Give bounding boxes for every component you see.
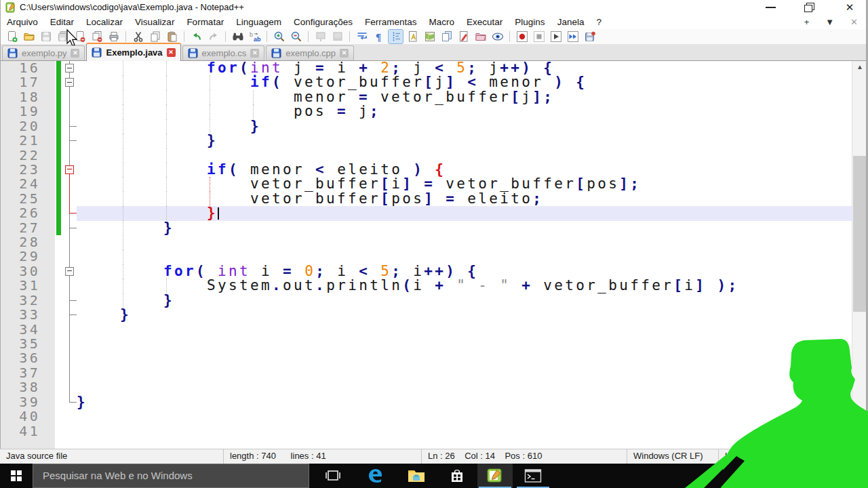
fold-marker[interactable] (63, 192, 77, 206)
new-file-icon[interactable] (5, 30, 19, 43)
fold-marker[interactable] (63, 249, 77, 264)
scroll-up-icon[interactable]: ▲ (852, 61, 867, 73)
tab-exemplo-cpp[interactable]: exemplo.cpp✕ (266, 45, 354, 60)
taskbar-search-input[interactable]: Pesquisar na Web e no Windows (33, 464, 309, 488)
fold-marker[interactable] (63, 90, 77, 104)
fold-marker[interactable] (63, 293, 77, 308)
fold-marker[interactable] (63, 264, 77, 279)
fold-marker[interactable] (63, 380, 77, 394)
code-line-34[interactable] (77, 323, 852, 337)
open-file-icon[interactable] (22, 30, 36, 43)
code-line-38[interactable] (77, 380, 852, 394)
tab-close-icon[interactable]: ✕ (71, 49, 79, 58)
save-recorded-macro-icon[interactable] (583, 30, 597, 43)
fold-marker[interactable] (63, 104, 77, 119)
restore-button[interactable] (799, 0, 821, 15)
menu-macro[interactable]: Macro (423, 15, 461, 29)
code-line-19[interactable]: pos = j; (77, 104, 852, 119)
code-line-28[interactable] (77, 235, 852, 249)
function-list-icon[interactable] (406, 30, 420, 43)
fold-marker[interactable] (63, 163, 77, 177)
replace-icon[interactable]: bab (248, 30, 262, 43)
sync-scroll-vertical-icon[interactable] (313, 30, 328, 43)
print-icon[interactable] (106, 30, 121, 43)
menu-arquivo[interactable]: Arquivo (1, 15, 44, 29)
code-line-40[interactable] (77, 409, 852, 424)
taskbar-edge-icon[interactable] (358, 464, 393, 488)
fold-marker[interactable] (63, 323, 77, 337)
tab-exemplo-py[interactable]: exemplo.py✕ (2, 45, 85, 60)
code-line-23[interactable]: if( menor < eleito ) { (77, 163, 852, 177)
tab-exemplo-cs[interactable]: exemplo.cs✕ (182, 45, 265, 60)
menu-linguagem[interactable]: Linguagem (230, 15, 288, 29)
code-line-33[interactable]: } (77, 308, 852, 322)
menu-help[interactable]: ? (590, 15, 608, 29)
fold-marker[interactable] (63, 351, 77, 365)
fold-margin[interactable] (63, 61, 77, 449)
fold-marker[interactable] (63, 337, 77, 351)
code-line-39[interactable]: } (77, 395, 852, 409)
code-editor[interactable]: 1617181920212223242526272829303132333435… (0, 61, 868, 449)
save-icon[interactable] (39, 30, 53, 43)
fold-marker[interactable] (63, 366, 77, 380)
word-wrap-icon[interactable] (355, 30, 369, 43)
code-text-area[interactable]: for(int j = i + 2; j < 5; j++) { if( vet… (77, 61, 852, 449)
zoom-in-icon[interactable] (272, 30, 286, 43)
close-list-icon[interactable]: ✕ (850, 17, 858, 27)
tab-close-icon[interactable]: ✕ (167, 48, 176, 57)
code-line-35[interactable] (77, 337, 852, 351)
record-macro-icon[interactable] (515, 30, 529, 43)
run-macro-multiple-icon[interactable] (566, 30, 580, 43)
file-monitoring-icon[interactable] (490, 30, 505, 43)
scrollbar-thumb[interactable] (853, 156, 867, 312)
fold-marker[interactable] (63, 148, 77, 163)
code-line-26[interactable]: } (77, 206, 852, 220)
fold-marker[interactable] (63, 119, 77, 134)
paste-icon[interactable] (165, 30, 179, 43)
start-button[interactable] (0, 464, 33, 488)
menu-plugins[interactable]: Plugins (509, 15, 551, 29)
code-line-37[interactable] (77, 366, 852, 380)
code-line-31[interactable]: System.out.println(i + " - " + vetor_buf… (77, 279, 852, 293)
code-line-16[interactable]: for(int j = i + 2; j < 5; j++) { (77, 61, 852, 75)
close-all-icon[interactable] (90, 30, 104, 43)
code-line-25[interactable]: vetor_buffer[pos] = eleito; (77, 192, 852, 206)
code-line-27[interactable]: } (77, 221, 852, 235)
menu-executar[interactable]: Executar (460, 15, 509, 29)
copy-icon[interactable] (148, 30, 162, 43)
taskbar-file-explorer-icon[interactable] (399, 464, 434, 488)
zoom-out-icon[interactable] (289, 30, 303, 43)
menu-configuracoes[interactable]: Configurações (288, 15, 359, 29)
fold-marker[interactable] (63, 424, 77, 439)
indent-guide-icon[interactable] (389, 30, 403, 43)
playback-macro-icon[interactable] (549, 30, 563, 43)
minimize-button[interactable] (760, 0, 782, 15)
tab-close-icon[interactable]: ✕ (250, 49, 259, 58)
menu-formatar[interactable]: Formatar (180, 15, 230, 29)
taskbar-command-prompt-icon[interactable] (515, 464, 551, 488)
folder-as-workspace-icon[interactable] (473, 30, 488, 43)
run-command-icon[interactable] (456, 30, 471, 43)
code-line-36[interactable] (77, 351, 852, 365)
code-line-41[interactable] (77, 424, 852, 439)
document-switcher-icon[interactable] (439, 30, 454, 43)
fold-marker[interactable] (63, 235, 77, 249)
undo-icon[interactable] (189, 30, 203, 43)
fold-marker[interactable] (63, 395, 77, 409)
save-all-icon[interactable] (56, 30, 70, 43)
close-button[interactable]: ✕ (839, 0, 861, 15)
code-line-32[interactable]: } (77, 293, 852, 308)
code-line-22[interactable] (77, 148, 852, 163)
show-all-characters-icon[interactable]: ¶ (372, 30, 386, 43)
fold-marker[interactable] (63, 308, 77, 322)
fold-marker[interactable] (63, 61, 77, 75)
taskbar-task-view-icon[interactable] (319, 464, 347, 488)
code-line-18[interactable]: menor = vetor_buffer[j]; (77, 90, 852, 104)
fold-marker[interactable] (63, 409, 77, 424)
code-line-30[interactable]: for( int i = 0; i < 5; i++) { (77, 264, 852, 279)
fold-marker[interactable] (63, 134, 77, 148)
stop-recording-icon[interactable] (532, 30, 546, 43)
menu-janela[interactable]: Janela (551, 15, 591, 29)
fold-marker[interactable] (63, 206, 77, 220)
fold-marker[interactable] (63, 279, 77, 293)
